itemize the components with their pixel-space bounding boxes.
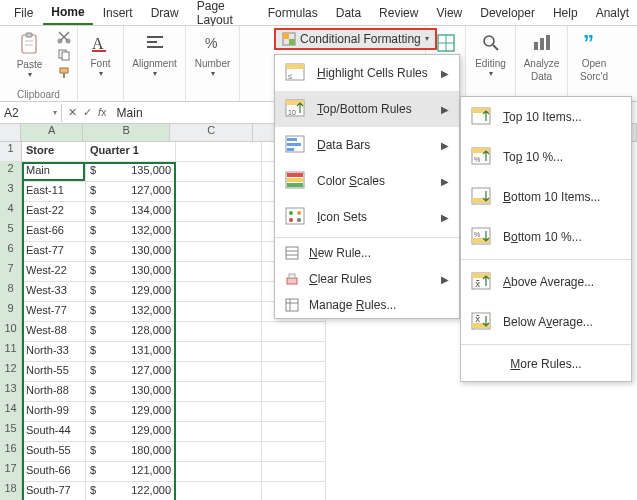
row-header[interactable]: 12 — [0, 362, 22, 382]
cf-below-average[interactable]: x̄ Below Average... — [461, 302, 631, 342]
cell[interactable] — [262, 362, 326, 382]
cell[interactable]: $130,000 — [86, 242, 176, 262]
font-button[interactable]: A Font ▾ — [78, 30, 124, 78]
cell[interactable]: $130,000 — [86, 262, 176, 282]
row-header[interactable]: 2 — [0, 162, 22, 182]
row-header[interactable]: 3 — [0, 182, 22, 202]
row-header[interactable]: 17 — [0, 462, 22, 482]
number-button[interactable]: % Number ▾ — [190, 30, 236, 78]
tab-help[interactable]: Help — [545, 2, 586, 24]
select-all[interactable] — [0, 124, 21, 141]
cell[interactable]: Quarter 1 — [86, 142, 176, 162]
cell[interactable]: North-55 — [22, 362, 86, 382]
conditional-formatting-button[interactable]: Conditional Formatting ▾ — [274, 28, 437, 50]
cell[interactable] — [262, 402, 326, 422]
row-header[interactable]: 1 — [0, 142, 22, 162]
cell[interactable]: $129,000 — [86, 282, 176, 302]
row-header[interactable]: 8 — [0, 282, 22, 302]
cell[interactable] — [176, 362, 262, 382]
row-header[interactable]: 11 — [0, 342, 22, 362]
tab-view[interactable]: View — [428, 2, 470, 24]
cf-bottom-10-items[interactable]: Bottom 10 Items... — [461, 177, 631, 217]
tab-home[interactable]: Home — [43, 1, 92, 25]
cell[interactable] — [176, 262, 262, 282]
row-header[interactable]: 18 — [0, 482, 22, 500]
cf-top-bottom-rules[interactable]: 10 Top/Bottom Rules ▶ — [275, 91, 459, 127]
cell[interactable] — [176, 442, 262, 462]
cell[interactable] — [262, 482, 326, 500]
cell[interactable]: East-22 — [22, 202, 86, 222]
row-header[interactable]: 7 — [0, 262, 22, 282]
cell[interactable]: East-11 — [22, 182, 86, 202]
cell[interactable] — [176, 162, 262, 182]
cell[interactable] — [176, 402, 262, 422]
cell[interactable]: $121,000 — [86, 462, 176, 482]
cell[interactable] — [176, 422, 262, 442]
cell[interactable]: $128,000 — [86, 322, 176, 342]
cf-top-10-percent[interactable]: % Top 10 %... — [461, 137, 631, 177]
col-header-a[interactable]: A — [21, 124, 83, 141]
cell[interactable]: West-33 — [22, 282, 86, 302]
cell[interactable]: West-22 — [22, 262, 86, 282]
enter-icon[interactable]: ✓ — [83, 106, 92, 119]
cell[interactable]: Main — [22, 162, 86, 182]
cf-data-bars[interactable]: Data Bars ▶ — [275, 127, 459, 163]
cf-top-10-items[interactable]: Top 10 Items... — [461, 97, 631, 137]
cf-new-rule[interactable]: New Rule... — [275, 240, 459, 266]
cf-icon-sets[interactable]: Icon Sets ▶ — [275, 199, 459, 235]
tab-developer[interactable]: Developer — [472, 2, 543, 24]
fx-icon[interactable]: fx — [98, 106, 107, 119]
namebox[interactable]: A2 ▾ — [0, 104, 62, 122]
cell[interactable]: North-33 — [22, 342, 86, 362]
cell[interactable] — [176, 182, 262, 202]
cf-highlight-rules[interactable]: ≤ Highlight Cells Rules ▶ — [275, 55, 459, 91]
cell[interactable]: South-66 — [22, 462, 86, 482]
cancel-icon[interactable]: ✕ — [68, 106, 77, 119]
cell[interactable]: North-88 — [22, 382, 86, 402]
copy-icon[interactable] — [57, 48, 71, 62]
cell[interactable]: East-77 — [22, 242, 86, 262]
row-header[interactable]: 9 — [0, 302, 22, 322]
cell[interactable] — [262, 422, 326, 442]
row-header[interactable]: 13 — [0, 382, 22, 402]
tab-analytics[interactable]: Analyt — [588, 2, 637, 24]
row-header[interactable]: 5 — [0, 222, 22, 242]
cell[interactable]: $132,000 — [86, 302, 176, 322]
cell[interactable]: $131,000 — [86, 342, 176, 362]
cell[interactable]: $134,000 — [86, 202, 176, 222]
row-header[interactable]: 6 — [0, 242, 22, 262]
cell[interactable]: $130,000 — [86, 382, 176, 402]
cell[interactable] — [176, 142, 262, 162]
col-header-c[interactable]: C — [170, 124, 253, 141]
tab-file[interactable]: File — [6, 2, 41, 24]
cell[interactable]: North-99 — [22, 402, 86, 422]
cell[interactable]: $127,000 — [86, 182, 176, 202]
cell[interactable] — [176, 282, 262, 302]
cell[interactable]: $180,000 — [86, 442, 176, 462]
tab-review[interactable]: Review — [371, 2, 426, 24]
row-header[interactable]: 4 — [0, 202, 22, 222]
cf-above-average[interactable]: x̄ Above Average... — [461, 262, 631, 302]
cell[interactable]: West-88 — [22, 322, 86, 342]
cell[interactable]: South-77 — [22, 482, 86, 500]
row-header[interactable]: 14 — [0, 402, 22, 422]
cell[interactable] — [176, 222, 262, 242]
cell[interactable] — [176, 242, 262, 262]
format-painter-icon[interactable] — [57, 66, 71, 80]
cell[interactable] — [262, 342, 326, 362]
cell[interactable]: $129,000 — [86, 422, 176, 442]
cell[interactable] — [262, 462, 326, 482]
cell[interactable] — [176, 202, 262, 222]
cell[interactable]: $132,000 — [86, 222, 176, 242]
cell[interactable] — [176, 342, 262, 362]
cell[interactable]: South-44 — [22, 422, 86, 442]
cell[interactable]: Store — [22, 142, 86, 162]
tab-insert[interactable]: Insert — [95, 2, 141, 24]
tab-data[interactable]: Data — [328, 2, 369, 24]
cell[interactable] — [176, 482, 262, 500]
cell[interactable]: $122,000 — [86, 482, 176, 500]
cell[interactable] — [262, 442, 326, 462]
cell[interactable]: West-77 — [22, 302, 86, 322]
cell[interactable]: East-66 — [22, 222, 86, 242]
cell[interactable] — [262, 382, 326, 402]
